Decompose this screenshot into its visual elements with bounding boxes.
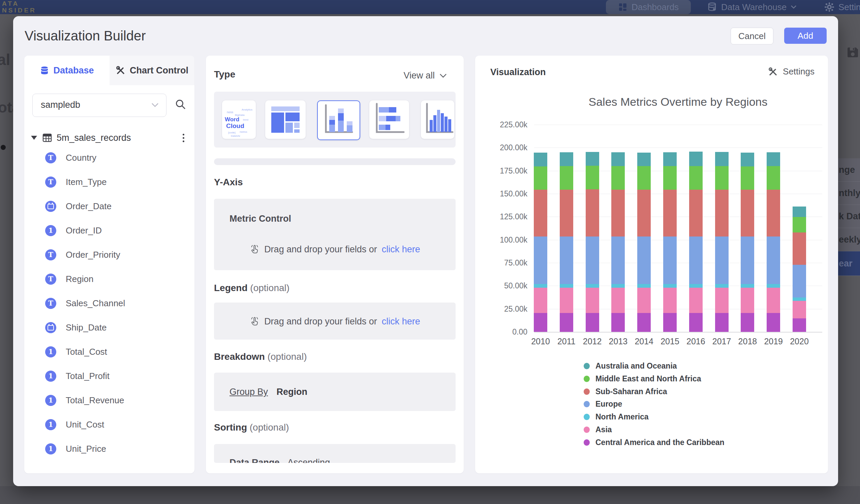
bar-segment: [766, 284, 780, 288]
legend-section-label: Legend (optional): [214, 283, 289, 293]
legend-item: Central America and the Caribbean: [584, 438, 725, 447]
svg-text:Analytics: Analytics: [242, 108, 253, 111]
background-text-fragment: al: [0, 51, 10, 69]
background-list-row[interactable]: k Date: [838, 205, 860, 228]
legend-item: Australia and Oceania: [584, 361, 677, 371]
chart-type-stacked-bar[interactable]: [369, 100, 409, 139]
table-name: 5m_sales_records: [57, 133, 179, 143]
caret-down-icon[interactable]: [31, 136, 37, 140]
chart-type-column[interactable]: [421, 100, 454, 139]
field-row-unit_price[interactable]: 1Unit_Price: [45, 441, 187, 457]
field-row-region[interactable]: TRegion: [45, 271, 187, 287]
chart-type-wordcloud[interactable]: ness Analytics BigData Word trend Cloud …: [222, 100, 256, 139]
field-row-total_cost[interactable]: 1Total_Cost: [45, 344, 187, 359]
y-axis-section-label: Y-Axis: [214, 177, 243, 188]
database-select-input[interactable]: [40, 94, 143, 116]
field-name: Item_Type: [66, 177, 106, 187]
background-list-row[interactable]: eekly: [838, 228, 860, 251]
save-icon[interactable]: [847, 46, 859, 58]
bar-segment: [586, 236, 599, 284]
x-axis-tick: 2016: [686, 336, 705, 346]
nav-data-warehouse[interactable]: Data Warehouse: [707, 0, 797, 14]
field-row-total_profit[interactable]: 1Total_Profit: [45, 368, 187, 384]
database-select[interactable]: [32, 93, 167, 117]
bar-segment: [560, 166, 573, 190]
chart-settings-button[interactable]: Settings: [768, 66, 815, 77]
click-here-link[interactable]: click here: [382, 316, 420, 327]
field-row-order_id[interactable]: 1Order_ID: [45, 223, 187, 238]
bar-segment: [534, 313, 547, 332]
bar-segment: [586, 189, 599, 236]
bar-segment: [741, 190, 754, 236]
field-row-order_priority[interactable]: TOrder_Priority: [45, 247, 187, 262]
chevron-down-icon[interactable]: [151, 103, 159, 107]
sorting-dropzone[interactable]: Data Range Ascending: [214, 444, 456, 463]
field-row-ship_date[interactable]: Ship_Date: [45, 320, 187, 335]
bar-segment: [741, 236, 754, 284]
group-by-value: Region: [277, 387, 308, 397]
bar-segment: [611, 152, 625, 166]
bar-segment: [793, 232, 806, 265]
cancel-button[interactable]: Cancel: [731, 28, 773, 44]
bar-segment: [741, 284, 754, 288]
number-icon: 1: [45, 225, 56, 236]
x-axis-tick: 2019: [764, 336, 783, 346]
group-by-link[interactable]: Group By: [229, 387, 268, 397]
database-panel: Database Chart Control 5m_sales_records: [24, 56, 195, 473]
background-footer: [0, 486, 860, 504]
bar-segment: [715, 190, 729, 236]
y-axis-tick: 75.00k: [477, 258, 527, 268]
svg-text:metrics: metrics: [240, 131, 247, 133]
view-all-dropdown[interactable]: View all: [403, 70, 447, 81]
breakdown-dropzone[interactable]: Group By Region: [214, 373, 456, 411]
legend-label: Middle East and North Africa: [596, 374, 701, 384]
chart-title: Sales Metrics Overtime by Regions: [589, 95, 768, 109]
y-axis-tick: 0.00: [477, 328, 527, 336]
bar-segment: [741, 313, 754, 332]
type-strip-scrollbar[interactable]: [214, 158, 456, 165]
bar-segment: [663, 190, 677, 236]
legend-dropzone[interactable]: Drag and drop your fields or click here: [214, 303, 456, 340]
search-icon[interactable]: [175, 99, 186, 110]
bar-segment: [586, 313, 599, 332]
field-row-total_revenue[interactable]: 1Total_Revenue: [45, 392, 187, 408]
nav-settings[interactable]: Settin: [824, 0, 860, 14]
add-button[interactable]: Add: [784, 28, 827, 44]
nav-dashboards[interactable]: Dashboards: [606, 0, 691, 14]
table-tree-row[interactable]: 5m_sales_records: [31, 130, 188, 145]
bar-segment: [793, 301, 806, 318]
breakdown-section-label: Breakdown (optional): [214, 351, 307, 362]
tab-chart-control[interactable]: Chart Control: [110, 56, 195, 85]
tab-database[interactable]: Database: [24, 56, 110, 85]
database-icon: [40, 66, 49, 75]
bar-segment: [793, 265, 806, 298]
bar-segment: [715, 152, 729, 166]
field-row-order_date[interactable]: Order_Date: [45, 199, 187, 214]
bar-segment: [689, 190, 703, 236]
click-here-link[interactable]: click here: [382, 244, 420, 255]
field-row-sales_channel[interactable]: TSales_Channel: [45, 296, 187, 311]
legend-dot: [584, 401, 590, 407]
kebab-menu-icon[interactable]: [179, 132, 188, 144]
legend-label: Australia and Oceania: [596, 361, 677, 371]
background-bullet: [1, 145, 6, 150]
field-row-unit_cost[interactable]: 1Unit_Cost: [45, 417, 187, 432]
bar-segment: [766, 152, 780, 166]
bar-segment: [689, 152, 703, 166]
chart-type-treemap[interactable]: [265, 100, 306, 139]
bar-segment: [611, 288, 625, 313]
chart-type-stacked-column[interactable]: [317, 100, 360, 140]
data-warehouse-icon: [707, 2, 717, 12]
background-list-row[interactable]: nge: [838, 158, 860, 182]
field-row-item_type[interactable]: TItem_Type: [45, 174, 187, 190]
bar-segment: [560, 152, 573, 166]
svg-text:[code]: [code]: [228, 131, 235, 134]
field-row-country[interactable]: TCountry: [45, 150, 187, 165]
y-axis-tick: 125.00k: [477, 212, 527, 221]
background-list-row[interactable]: ear: [838, 251, 860, 276]
legend-dot: [584, 376, 590, 382]
background-list-row[interactable]: nthly: [838, 182, 860, 205]
chevron-down-icon: [791, 5, 797, 9]
metric-control-dropzone[interactable]: Metric Control Drag and drop your fields…: [214, 199, 456, 270]
bar-segment: [689, 284, 703, 288]
